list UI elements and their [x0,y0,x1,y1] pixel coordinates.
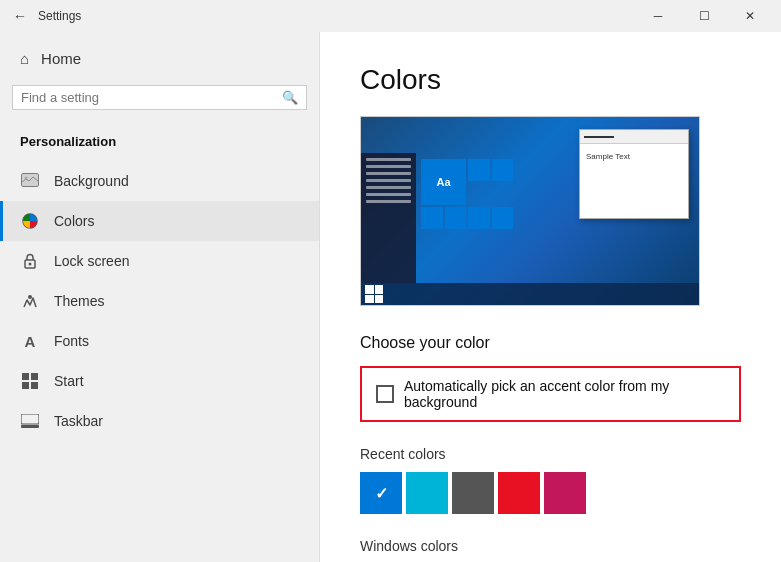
background-icon [20,171,40,191]
auto-accent-label: Automatically pick an accent color from … [404,378,725,410]
svg-point-6 [28,295,32,299]
preview-menu-line-3 [366,172,411,175]
start-icon [20,371,40,391]
svg-point-5 [29,263,32,266]
svg-rect-8 [31,373,38,380]
preview-tile-row-1: Aa [421,159,513,205]
fonts-icon: A [20,331,40,351]
svg-point-2 [25,177,28,180]
sidebar-item-fonts[interactable]: A Fonts [0,321,319,361]
preview-tile-row-2 [421,207,513,229]
preview-menu-line-5 [366,186,411,189]
sidebar-item-home[interactable]: ⌂ Home [0,32,319,85]
sidebar-item-colors[interactable]: Colors [0,201,319,241]
swatch-0[interactable]: ✓ [360,472,402,514]
preview-tile-bot4 [492,207,514,229]
back-icon: ← [13,8,27,24]
choose-color-title: Choose your color [360,334,741,352]
close-button[interactable]: ✕ [727,0,773,32]
start-tile-4 [375,295,384,304]
preview-menu-line-7 [366,200,411,203]
color-swatches: ✓ [360,472,741,514]
home-label: Home [41,50,81,67]
lock-screen-label: Lock screen [54,253,129,269]
svg-rect-7 [22,373,29,380]
preview-tile-aa: Aa [421,159,466,205]
windows-colors-title: Windows colors [360,538,741,554]
preview-window-titlebar [580,130,688,144]
svg-rect-10 [31,382,38,389]
themes-icon [20,291,40,311]
preview-menu-line-4 [366,179,411,182]
minimize-button[interactable]: ─ [635,0,681,32]
recent-colors-title: Recent colors [360,446,741,462]
app-body: ⌂ Home 🔍 Personalization Background [0,32,781,562]
svg-rect-12 [21,425,39,428]
preview-taskbar [361,283,699,305]
home-icon: ⌂ [20,50,29,67]
titlebar-line [584,136,614,138]
preview-tile-bot2 [445,207,467,229]
background-label: Background [54,173,129,189]
search-input[interactable] [21,90,282,105]
sidebar-item-start[interactable]: Start [0,361,319,401]
swatch-3[interactable] [498,472,540,514]
sidebar-item-taskbar[interactable]: Taskbar [0,401,319,441]
app-title: Settings [38,9,635,23]
start-tile-3 [365,295,374,304]
preview-menu-line-6 [366,193,411,196]
preview-window: Sample Text [579,129,689,219]
themes-label: Themes [54,293,105,309]
start-label: Start [54,373,84,389]
preview-left-panel [361,153,416,283]
section-title: Personalization [0,126,319,161]
maximize-button[interactable]: ☐ [681,0,727,32]
preview-menu-line-1 [366,158,411,161]
preview-tile-bot3 [468,207,490,229]
svg-rect-11 [21,414,39,424]
sidebar-item-themes[interactable]: Themes [0,281,319,321]
taskbar-label: Taskbar [54,413,103,429]
colors-icon [20,211,40,231]
title-bar: ← Settings ─ ☐ ✕ [0,0,781,32]
swatch-0-check: ✓ [375,484,388,503]
auto-accent-checkbox[interactable] [376,385,394,403]
back-button[interactable]: ← [8,4,32,28]
colors-label: Colors [54,213,94,229]
preview-tile-sm2 [492,159,514,181]
preview-menu-line-2 [366,165,411,168]
sidebar-item-background[interactable]: Background [0,161,319,201]
preview-window-body: Sample Text [580,144,688,169]
search-box[interactable]: 🔍 [12,85,307,110]
page-title: Colors [360,64,741,96]
swatch-1[interactable] [406,472,448,514]
taskbar-icon [20,411,40,431]
sidebar-item-lock-screen[interactable]: Lock screen [0,241,319,281]
swatch-4[interactable] [544,472,586,514]
search-icon: 🔍 [282,90,298,105]
preview-tiles: Aa [417,153,517,283]
auto-accent-checkbox-row[interactable]: Automatically pick an accent color from … [360,366,741,422]
lock-screen-icon [20,251,40,271]
start-tile-2 [375,285,384,294]
sample-text: Sample Text [586,152,630,161]
sidebar: ⌂ Home 🔍 Personalization Background [0,32,320,562]
fonts-label: Fonts [54,333,89,349]
start-tile-1 [365,285,374,294]
preview-tile-sm1 [468,159,490,181]
window-controls: ─ ☐ ✕ [635,0,773,32]
swatch-2[interactable] [452,472,494,514]
preview-start-button [365,285,383,303]
preview-tile-bot1 [421,207,443,229]
color-preview: Aa Sample Text [360,116,700,306]
svg-rect-9 [22,382,29,389]
content-area: Colors Aa [320,32,781,562]
